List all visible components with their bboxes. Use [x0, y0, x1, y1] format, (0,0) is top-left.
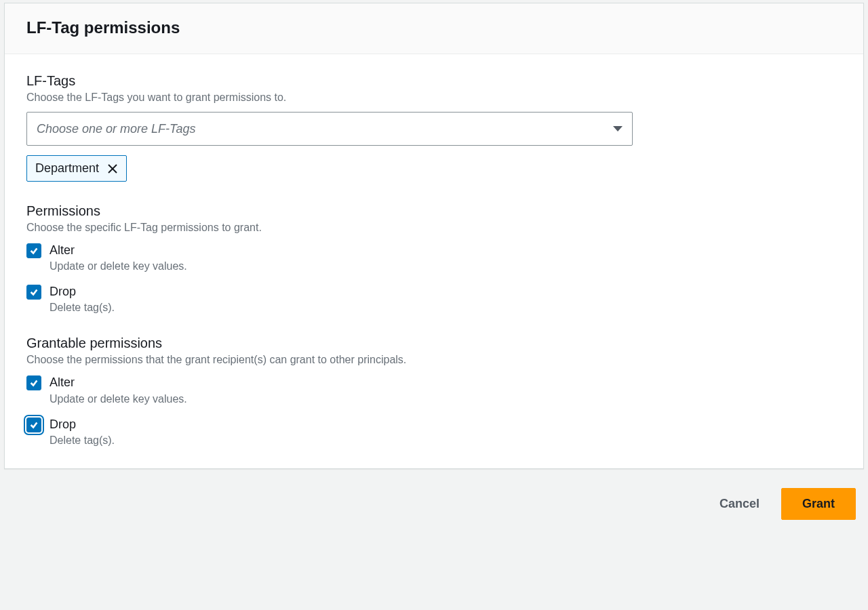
grantable-drop-desc: Delete tag(s). [50, 434, 115, 447]
footer-actions: Cancel Grant [0, 469, 868, 520]
grantable-drop-content: Drop Delete tag(s). [50, 416, 115, 447]
lftags-desc: Choose the LF-Tags you want to grant per… [26, 92, 842, 104]
permission-drop-label: Drop [50, 283, 115, 300]
permission-alter-desc: Update or delete key values. [50, 260, 187, 272]
grantable-title: Grantable permissions [26, 336, 842, 351]
permission-alter-row: Alter Update or delete key values. [26, 242, 842, 272]
chevron-down-icon [613, 126, 623, 131]
grant-button[interactable]: Grant [781, 488, 856, 520]
lftags-dropdown[interactable]: Choose one or more LF-Tags [26, 112, 633, 146]
lftag-chip-label: Department [35, 161, 99, 176]
permissions-desc: Choose the specific LF-Tag permissions t… [26, 222, 842, 234]
permission-alter-content: Alter Update or delete key values. [50, 242, 187, 272]
grantable-drop-row: Drop Delete tag(s). [26, 416, 842, 447]
lftags-section: LF-Tags Choose the LF-Tags you want to g… [26, 73, 842, 182]
grantable-desc: Choose the permissions that the grant re… [26, 354, 842, 366]
permission-alter-label: Alter [50, 242, 187, 259]
lftag-permissions-panel: LF-Tag permissions LF-Tags Choose the LF… [4, 3, 864, 469]
grantable-alter-label: Alter [50, 374, 187, 391]
permission-alter-checkbox[interactable] [26, 243, 41, 258]
grantable-alter-checkbox[interactable] [26, 375, 41, 390]
permission-drop-checkbox[interactable] [26, 285, 41, 300]
cancel-button[interactable]: Cancel [714, 489, 765, 519]
panel-body: LF-Tags Choose the LF-Tags you want to g… [5, 54, 863, 468]
panel-title: LF-Tag permissions [26, 18, 842, 37]
panel-header: LF-Tag permissions [5, 3, 863, 54]
permission-drop-desc: Delete tag(s). [50, 302, 115, 314]
permission-drop-row: Drop Delete tag(s). [26, 283, 842, 314]
grantable-alter-content: Alter Update or delete key values. [50, 374, 187, 405]
grantable-alter-row: Alter Update or delete key values. [26, 374, 842, 405]
grantable-drop-label: Drop [50, 416, 115, 433]
permissions-section: Permissions Choose the specific LF-Tag p… [26, 203, 842, 314]
lftag-chip-department[interactable]: Department [26, 155, 127, 182]
lftags-title: LF-Tags [26, 73, 842, 89]
permissions-title: Permissions [26, 203, 842, 219]
grantable-alter-desc: Update or delete key values. [50, 393, 187, 405]
permission-drop-content: Drop Delete tag(s). [50, 283, 115, 314]
lftags-dropdown-placeholder: Choose one or more LF-Tags [37, 122, 195, 136]
close-icon[interactable] [107, 163, 118, 174]
grantable-drop-checkbox[interactable] [26, 418, 41, 432]
grantable-section: Grantable permissions Choose the permiss… [26, 336, 842, 446]
